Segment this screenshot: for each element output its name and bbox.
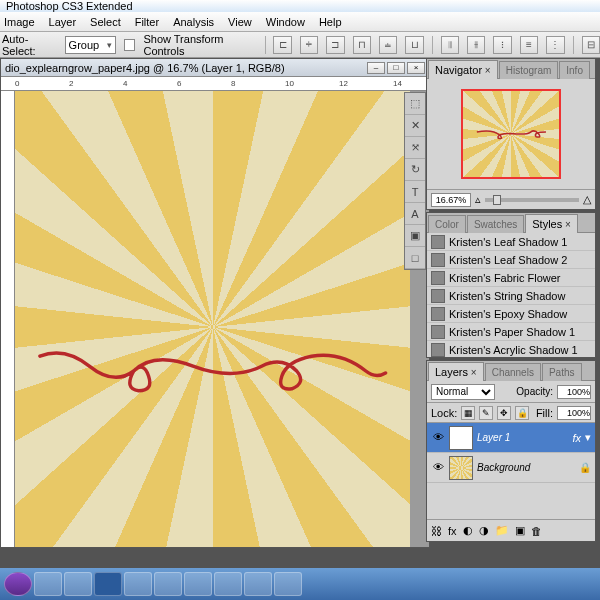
visibility-icon[interactable]: 👁 bbox=[431, 461, 445, 475]
zoom-slider[interactable] bbox=[485, 198, 579, 202]
tool-icon[interactable]: ✕ bbox=[405, 115, 425, 137]
lock-all-icon[interactable]: 🔒 bbox=[515, 406, 529, 420]
tab-layers[interactable]: Layers × bbox=[428, 362, 484, 381]
tab-color[interactable]: Color bbox=[428, 215, 466, 233]
document-title: dio_explearngrow_paper4.jpg @ 16.7% (Lay… bbox=[5, 62, 285, 74]
menu-view[interactable]: View bbox=[228, 16, 252, 28]
ruler-num: 12 bbox=[339, 79, 348, 88]
tab-channels[interactable]: Channels bbox=[485, 363, 541, 381]
taskbar-item-ps[interactable] bbox=[94, 572, 122, 596]
style-item[interactable]: Kristen's Paper Shadow 1 bbox=[427, 323, 595, 341]
taskbar-item[interactable] bbox=[184, 572, 212, 596]
align-icon[interactable]: ⊓ bbox=[353, 36, 371, 54]
taskbar-item[interactable] bbox=[154, 572, 182, 596]
taskbar-item[interactable] bbox=[64, 572, 92, 596]
distribute-icon[interactable]: ⫵ bbox=[467, 36, 485, 54]
tab-info[interactable]: Info bbox=[559, 61, 590, 79]
taskbar-item[interactable] bbox=[34, 572, 62, 596]
align-icon[interactable]: ⊐ bbox=[326, 36, 344, 54]
layers-blend-row: Normal Opacity: bbox=[427, 381, 595, 403]
layers-empty bbox=[427, 483, 595, 519]
menu-filter[interactable]: Filter bbox=[135, 16, 159, 28]
sunburst-pattern bbox=[15, 91, 410, 547]
layer-fx-icon[interactable]: fx bbox=[448, 525, 457, 537]
auto-select-value: Group bbox=[69, 39, 100, 51]
slider-knob[interactable] bbox=[493, 195, 501, 205]
style-swatch-icon bbox=[431, 271, 445, 285]
document-titlebar[interactable]: dio_explearngrow_paper4.jpg @ 16.7% (Lay… bbox=[1, 59, 429, 77]
layer-row[interactable]: 👁 Background 🔒 bbox=[427, 453, 595, 483]
new-group-icon[interactable]: 📁 bbox=[495, 524, 509, 537]
ruler-num: 14 bbox=[393, 79, 402, 88]
align-icon[interactable]: ⫩ bbox=[300, 36, 318, 54]
blend-mode-select[interactable]: Normal bbox=[431, 384, 495, 400]
style-item[interactable]: Kristen's Leaf Shadow 2 bbox=[427, 251, 595, 269]
lock-position-icon[interactable]: ✥ bbox=[497, 406, 511, 420]
maximize-button[interactable]: □ bbox=[387, 62, 405, 74]
chevron-icon[interactable]: ▾ bbox=[585, 431, 591, 444]
zoom-out-icon[interactable]: ▵ bbox=[475, 193, 481, 206]
align-icon[interactable]: ⊏ bbox=[273, 36, 291, 54]
delete-layer-icon[interactable]: 🗑 bbox=[531, 525, 542, 537]
fill-input[interactable] bbox=[557, 406, 591, 420]
menu-layer[interactable]: Layer bbox=[49, 16, 77, 28]
tool-icon[interactable]: ⤧ bbox=[405, 137, 425, 159]
distribute-icon[interactable]: ⫴ bbox=[441, 36, 459, 54]
layer-row[interactable]: 👁 Layer 1 fx ▾ bbox=[427, 423, 595, 453]
tool-icon[interactable]: ⬚ bbox=[405, 93, 425, 115]
menu-analysis[interactable]: Analysis bbox=[173, 16, 214, 28]
align-icon[interactable]: ⊟ bbox=[582, 36, 600, 54]
adjustment-layer-icon[interactable]: ◑ bbox=[479, 524, 489, 537]
tab-navigator[interactable]: Navigator × bbox=[428, 60, 498, 79]
tab-paths[interactable]: Paths bbox=[542, 363, 582, 381]
tab-label: Styles bbox=[532, 218, 562, 230]
canvas-area[interactable] bbox=[15, 91, 429, 547]
menu-help[interactable]: Help bbox=[319, 16, 342, 28]
lock-transparency-icon[interactable]: ▦ bbox=[461, 406, 475, 420]
tool-icon[interactable]: T bbox=[405, 181, 425, 203]
zoom-input[interactable] bbox=[431, 193, 471, 207]
layer-mask-icon[interactable]: ◐ bbox=[463, 524, 473, 537]
ruler-num: 2 bbox=[69, 79, 73, 88]
taskbar-item[interactable] bbox=[274, 572, 302, 596]
taskbar-item[interactable] bbox=[214, 572, 242, 596]
navigator-zoom-bar: ▵ △ bbox=[427, 189, 595, 209]
navigator-preview[interactable] bbox=[427, 79, 595, 189]
style-item[interactable]: Kristen's Leaf Shadow 1 bbox=[427, 233, 595, 251]
start-button[interactable] bbox=[4, 572, 32, 596]
fx-badge[interactable]: fx bbox=[572, 432, 581, 444]
tool-icon[interactable]: A bbox=[405, 203, 425, 225]
lock-pixels-icon[interactable]: ✎ bbox=[479, 406, 493, 420]
menu-window[interactable]: Window bbox=[266, 16, 305, 28]
tab-swatches[interactable]: Swatches bbox=[467, 215, 524, 233]
opacity-input[interactable] bbox=[557, 385, 591, 399]
panel-tabs: Layers × Channels Paths bbox=[427, 361, 595, 381]
tool-icon[interactable]: □ bbox=[405, 247, 425, 269]
style-item[interactable]: Kristen's Epoxy Shadow bbox=[427, 305, 595, 323]
align-icon[interactable]: ⊔ bbox=[405, 36, 423, 54]
auto-select-dropdown[interactable]: Group▾ bbox=[65, 36, 117, 54]
zoom-in-icon[interactable]: △ bbox=[583, 193, 591, 206]
layer-thumbnail bbox=[449, 456, 473, 480]
taskbar-item[interactable] bbox=[124, 572, 152, 596]
menu-select[interactable]: Select bbox=[90, 16, 121, 28]
tab-histogram[interactable]: Histogram bbox=[499, 61, 559, 79]
new-layer-icon[interactable]: ▣ bbox=[515, 524, 525, 537]
show-transform-checkbox[interactable] bbox=[124, 39, 135, 51]
tool-icon[interactable]: ▣ bbox=[405, 225, 425, 247]
style-item[interactable]: Kristen's Fabric Flower bbox=[427, 269, 595, 287]
align-icon[interactable]: ⫨ bbox=[379, 36, 397, 54]
distribute-icon[interactable]: ⫶ bbox=[493, 36, 511, 54]
distribute-icon[interactable]: ⋮ bbox=[546, 36, 564, 54]
tab-styles[interactable]: Styles × bbox=[525, 214, 578, 233]
style-item[interactable]: Kristen's String Shadow bbox=[427, 287, 595, 305]
close-button[interactable]: × bbox=[407, 62, 425, 74]
menu-image[interactable]: Image bbox=[4, 16, 35, 28]
taskbar-item[interactable] bbox=[244, 572, 272, 596]
style-item[interactable]: Kristen's Acrylic Shadow 1 bbox=[427, 341, 595, 357]
distribute-icon[interactable]: ≡ bbox=[520, 36, 538, 54]
visibility-icon[interactable]: 👁 bbox=[431, 431, 445, 445]
link-layers-icon[interactable]: ⛓ bbox=[431, 525, 442, 537]
tool-icon[interactable]: ↻ bbox=[405, 159, 425, 181]
minimize-button[interactable]: – bbox=[367, 62, 385, 74]
